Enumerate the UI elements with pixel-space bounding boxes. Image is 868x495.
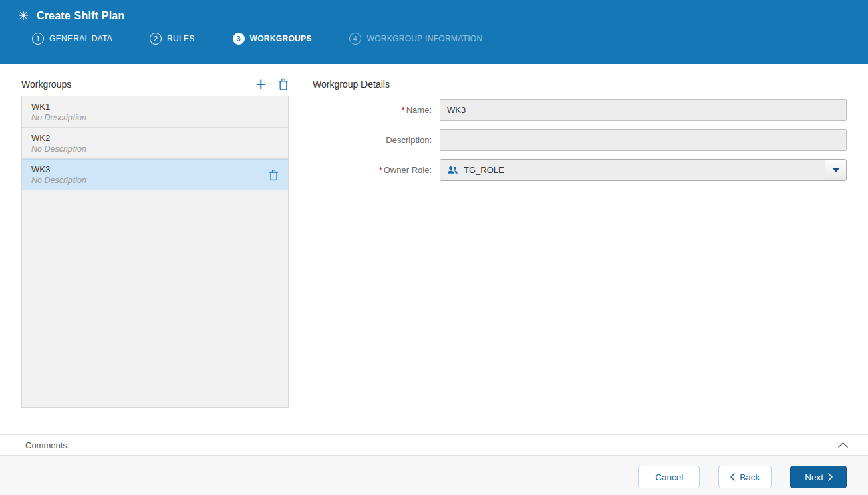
owner-role-row: *Owner Role: TG_ROLE <box>313 159 847 181</box>
workgroups-actions: + <box>254 77 289 91</box>
owner-role-dropdown-button[interactable] <box>825 160 846 180</box>
step-workgroups[interactable]: 3 WORKGROUPS <box>233 33 312 45</box>
owner-role-value-area[interactable]: TG_ROLE <box>440 160 825 180</box>
workgroup-list-item[interactable]: WK1 No Description <box>22 96 288 128</box>
step-connector <box>120 39 142 39</box>
chevron-up-icon <box>838 442 848 448</box>
workgroup-details-title: Workgroup Details <box>313 79 390 90</box>
title-row: ✳ Create Shift Plan <box>0 0 868 22</box>
step-number-icon: 4 <box>349 33 361 45</box>
footer-bar: Cancel Back Next <box>0 455 868 495</box>
comments-label: Comments: <box>25 440 69 450</box>
app-header: ✳ Create Shift Plan 1 GENERAL DATA 2 RUL… <box>0 0 868 64</box>
workgroup-description: No Description <box>31 144 86 154</box>
workgroup-item-texts: WK1 No Description <box>31 102 86 122</box>
step-workgroup-information[interactable]: 4 WORKGROUP INFORMATION <box>349 33 483 45</box>
workgroup-item-texts: WK2 No Description <box>31 133 86 154</box>
shift-plan-app-icon: ✳ <box>18 9 29 22</box>
step-connector <box>202 39 225 39</box>
step-rules[interactable]: 2 RULES <box>150 33 195 45</box>
cancel-button-label: Cancel <box>655 472 683 482</box>
step-label: WORKGROUPS <box>250 34 312 43</box>
workgroup-item-texts: WK3 No Description <box>31 164 86 185</box>
name-row: *Name: <box>313 99 847 121</box>
workgroup-list-item-selected[interactable]: WK3 No Description <box>22 159 288 190</box>
next-button[interactable]: Next <box>790 466 847 488</box>
description-label: Description: <box>313 129 432 151</box>
step-label: WORKGROUP INFORMATION <box>367 34 483 43</box>
workgroup-name: WK1 <box>31 102 86 112</box>
chevron-right-icon <box>828 473 833 481</box>
workgroup-description: No Description <box>31 176 86 185</box>
description-label-text: Description: <box>386 135 432 145</box>
delete-workgroup-button[interactable] <box>278 78 289 90</box>
collapse-comments-button[interactable] <box>835 440 851 450</box>
step-general-data[interactable]: 1 GENERAL DATA <box>32 33 112 45</box>
workgroup-list-item[interactable]: WK2 No Description <box>22 128 288 159</box>
description-input[interactable] <box>440 129 847 151</box>
page-title: Create Shift Plan <box>37 10 124 22</box>
add-workgroup-button[interactable]: + <box>254 77 267 91</box>
footer-buttons: Cancel Back Next <box>638 466 847 488</box>
workgroup-name: WK2 <box>31 133 86 143</box>
workgroups-list: WK1 No Description WK2 No Description WK… <box>21 96 289 408</box>
name-input[interactable] <box>440 99 847 121</box>
delete-selected-workgroup-button[interactable] <box>269 169 279 180</box>
required-marker: * <box>402 105 405 115</box>
cancel-button[interactable]: Cancel <box>638 466 700 488</box>
description-row: Description: <box>313 129 847 151</box>
name-label: *Name: <box>313 99 432 121</box>
workgroups-title: Workgroups <box>21 79 71 90</box>
workgroups-panel-header: Workgroups + <box>21 73 289 95</box>
workgroup-description: No Description <box>31 113 86 122</box>
chevron-down-icon <box>833 168 839 172</box>
users-icon <box>447 166 458 174</box>
step-label: GENERAL DATA <box>49 34 112 43</box>
step-number-icon: 3 <box>233 33 245 45</box>
wizard-steps: 1 GENERAL DATA 2 RULES 3 WORKGROUPS 4 WO… <box>32 33 868 45</box>
owner-role-label: *Owner Role: <box>313 159 432 181</box>
step-number-icon: 1 <box>32 33 44 45</box>
chevron-left-icon <box>730 473 735 481</box>
back-button-label: Back <box>740 472 760 482</box>
back-button[interactable]: Back <box>718 466 772 488</box>
step-number-icon: 2 <box>150 33 162 45</box>
owner-role-combobox[interactable]: TG_ROLE <box>440 159 847 181</box>
name-label-text: Name: <box>406 105 432 115</box>
step-label: RULES <box>167 34 195 43</box>
trash-icon <box>269 169 279 180</box>
create-shift-plan-window: ✳ Create Shift Plan 1 GENERAL DATA 2 RUL… <box>0 0 868 495</box>
owner-role-label-text: Owner Role: <box>384 165 432 175</box>
owner-role-value: TG_ROLE <box>464 165 504 175</box>
trash-icon <box>278 78 289 90</box>
next-button-label: Next <box>805 472 823 482</box>
required-marker: * <box>379 165 382 175</box>
workgroup-name: WK3 <box>31 164 86 174</box>
step-connector <box>319 39 342 39</box>
comments-bar: Comments: <box>0 434 868 455</box>
